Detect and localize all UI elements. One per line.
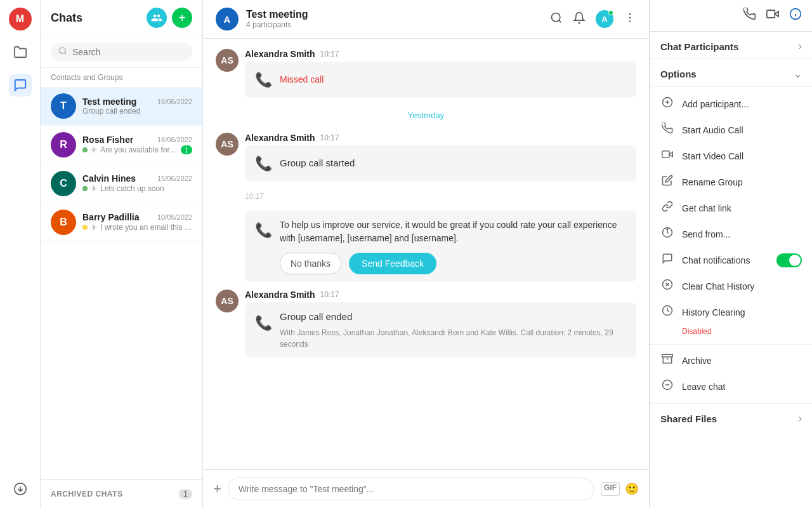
chat-date: 16/06/2022: [157, 136, 192, 144]
notifications-toggle[interactable]: [776, 253, 802, 267]
avatar: AS: [216, 133, 239, 156]
folder-icon[interactable]: [9, 41, 32, 64]
rename-group-label: Rename Group: [682, 177, 802, 187]
add-participant-icon: [660, 97, 674, 111]
get-chat-link-option[interactable]: Get chat link: [650, 195, 812, 221]
history-clearing-label: History Clearing: [682, 307, 802, 318]
archive-label: Archive: [682, 356, 802, 366]
call-ended-icon: 📞: [255, 312, 272, 333]
search-input[interactable]: [72, 47, 185, 57]
feedback-bubble: 📞 To help us improve our service, it wou…: [245, 211, 636, 282]
add-participant-option[interactable]: Add participant...: [650, 91, 812, 117]
search-topbar-icon[interactable]: [550, 11, 563, 27]
app-logo[interactable]: M: [9, 8, 32, 30]
video-call-label: Start Video Call: [682, 151, 802, 161]
messages-area: AS Alexandra Smith 10:17 📞 Missed call Y…: [203, 39, 649, 469]
options-chevron-icon[interactable]: ⌄: [794, 68, 802, 80]
clear-history-label: Clear Chat History: [682, 281, 802, 291]
chat-list-panel: Chats + Contacts and Groups T Test meeti…: [41, 0, 203, 508]
send-from-option[interactable]: Send from...: [650, 221, 812, 247]
link-icon: [660, 201, 674, 215]
video-icon[interactable]: [766, 8, 779, 23]
send-from-icon: [660, 227, 674, 241]
leave-chat-option[interactable]: Leave chat: [650, 373, 812, 399]
chat-name: Test meeting: [82, 97, 136, 107]
archived-badge: 1: [179, 489, 192, 499]
call-started-icon: 📞: [255, 153, 272, 174]
avatar: AS: [216, 49, 239, 72]
clear-chat-history-option[interactable]: Clear Chat History: [650, 273, 812, 299]
contacts-label: Contacts and Groups: [41, 68, 202, 87]
chat-date: 10/05/2022: [157, 213, 192, 221]
options-section-header: Options ⌄: [650, 59, 812, 87]
chat-date: 16/06/2022: [157, 98, 192, 105]
archive-icon: [660, 353, 674, 368]
search-icon: [58, 46, 67, 57]
chat-name: Barry Padillia: [82, 212, 140, 222]
chat-topbar: A Test meeting 4 participants A: [203, 0, 649, 39]
message-bubble: 📞 Missed call: [245, 62, 636, 98]
svg-rect-10: [767, 10, 775, 18]
chat-icon[interactable]: [9, 74, 32, 97]
table-row: AS Alexandra Smith 10:17 📞 Missed call: [216, 49, 636, 98]
chat-name: Calvin Hines: [82, 173, 136, 184]
svg-point-8: [629, 20, 631, 22]
options-list: Add participant... Start Audio Call Star…: [650, 87, 812, 403]
chat-item-barry-padillia[interactable]: B Barry Padillia 10/05/2022 ✈ I wrote yo…: [41, 203, 202, 242]
svg-point-4: [552, 13, 560, 21]
chat-item-test-meeting[interactable]: T Test meeting 16/06/2022 Group call end…: [41, 87, 202, 126]
call-ended-text: Group call ended: [280, 310, 626, 324]
app-sidebar: M: [0, 0, 41, 508]
participants-chevron-icon[interactable]: ›: [799, 41, 802, 52]
archived-label: ARCHIVED CHATS: [51, 490, 122, 498]
msg-time: 10:17: [320, 290, 339, 299]
emoji-icon[interactable]: 🙂: [625, 482, 639, 496]
phone-icon[interactable]: [743, 8, 756, 23]
shared-files-chevron-icon: ›: [799, 413, 802, 424]
send-from-label: Send from...: [682, 229, 802, 239]
archived-chats-bar[interactable]: ARCHIVED CHATS 1: [41, 479, 202, 508]
no-thanks-button[interactable]: No thanks: [280, 253, 341, 274]
msg-time: 10:17: [320, 50, 339, 58]
start-audio-call-option[interactable]: Start Audio Call: [650, 117, 812, 143]
avatar: R: [51, 132, 76, 157]
chat-item-calvin-hines[interactable]: C Calvin Hines 15/06/2022 ✈ Lets catch u…: [41, 164, 202, 203]
audio-call-icon: [660, 123, 674, 137]
send-feedback-button[interactable]: Send Feedback: [349, 253, 436, 274]
svg-point-7: [629, 17, 631, 18]
gif-icon[interactable]: GIF: [601, 482, 620, 496]
chat-name: Rosa Fisher: [82, 135, 133, 145]
table-row: AS Alexandra Smith 10:17 📞 Group call en…: [216, 290, 636, 358]
feedback-call-icon: 📞: [255, 220, 272, 241]
add-participant-label: Add participant...: [682, 99, 802, 109]
rename-group-option[interactable]: Rename Group: [650, 169, 812, 195]
chat-notifications-option[interactable]: Chat notifications: [650, 247, 812, 273]
more-options-icon[interactable]: [624, 11, 636, 27]
chat-preview: Group call ended: [82, 107, 192, 116]
svg-point-6: [629, 13, 631, 15]
chat-participants-title: Chat Participants: [660, 41, 738, 52]
status-dot: [82, 186, 88, 191]
right-panel: Chat Participants › Options ⌄ Add partic…: [650, 0, 812, 508]
clear-history-icon: [660, 279, 674, 293]
info-icon[interactable]: [789, 8, 802, 23]
archive-option[interactable]: Archive: [650, 347, 812, 373]
chat-item-rosa-fisher[interactable]: R Rosa Fisher 16/06/2022 ✈ Are you avail…: [41, 126, 202, 164]
notifications-icon: [660, 253, 674, 267]
svg-rect-25: [662, 354, 673, 357]
download-icon[interactable]: [9, 478, 32, 500]
history-clearing-option[interactable]: History Clearing Disabled: [650, 299, 812, 342]
add-chat-button[interactable]: +: [172, 8, 192, 28]
attach-button[interactable]: +: [213, 481, 221, 497]
svg-rect-18: [662, 151, 669, 158]
start-video-call-option[interactable]: Start Video Call: [650, 143, 812, 169]
notification-icon[interactable]: [573, 11, 586, 27]
message-input[interactable]: [228, 478, 594, 500]
missed-call-text: Missed call: [280, 73, 324, 86]
send-icon: ✈: [90, 184, 98, 194]
user-avatar-icon[interactable]: A: [596, 10, 613, 28]
chat-title: Test meeting: [246, 9, 542, 20]
shared-files-section[interactable]: Shared Files ›: [650, 403, 812, 433]
new-group-button[interactable]: [147, 8, 167, 28]
search-box: [41, 36, 202, 68]
